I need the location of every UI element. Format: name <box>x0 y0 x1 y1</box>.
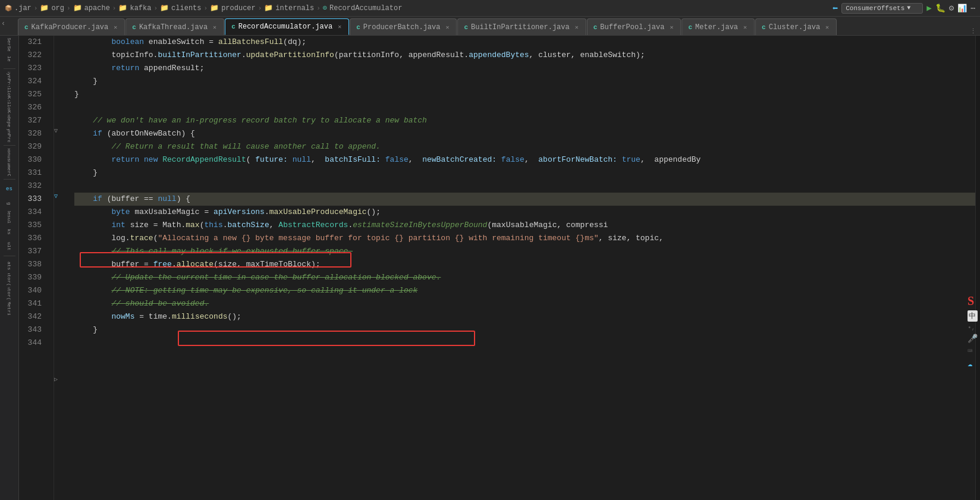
tab-meter[interactable]: c Meter.java ✕ <box>681 18 755 35</box>
sidebar-item-ndeper[interactable]: ndeper <box>1 115 18 128</box>
code-line-332 <box>74 180 975 193</box>
code-line-333: if (buffer == null) { <box>74 193 975 206</box>
sidebar-item-elloka1[interactable]: elloKa <box>1 86 18 99</box>
sidebar-item-ult[interactable]: ult <box>1 240 18 253</box>
tab-kafkaproducer[interactable]: c KafkaProducer.java ✕ <box>18 18 125 35</box>
dot-icon[interactable]: •, <box>968 324 978 331</box>
code-line-335: int size = Math.max(this.batchSize, Abst… <box>74 219 975 232</box>
code-line-323: return appendResult; <box>74 62 975 75</box>
sidebar-item-atorl2[interactable]: ator(L <box>1 288 18 301</box>
java-class-icon: c <box>24 24 29 31</box>
folder-icon-apache: 📁 <box>73 4 82 12</box>
code-line-341: // should be avoided. <box>74 297 975 310</box>
sidebar-item-metri[interactable]: Metri <box>1 302 18 315</box>
keyboard-icon[interactable]: ⌨ <box>968 346 978 356</box>
tab-kafkathread[interactable]: c KafkaThread.java ✕ <box>125 18 224 35</box>
tabs-scroll-left[interactable]: ‹ <box>1 20 5 28</box>
mic-icon[interactable]: 🎤 <box>968 334 978 344</box>
code-line-328: if (abortOnNewBatch) { <box>74 127 975 140</box>
breadcrumb-apache[interactable]: 📁 apache <box>73 4 110 12</box>
java-class-icon: c <box>762 24 766 31</box>
sidebar-item-es[interactable]: es <box>1 183 18 196</box>
breadcrumb-kafka[interactable]: 📁 kafka <box>118 4 151 12</box>
tab-label: BufferPool.java <box>600 23 664 32</box>
fold-arrow-328[interactable]: ▽ <box>54 127 58 134</box>
code-line-326 <box>74 101 975 114</box>
breadcrumb-recordaccumulator[interactable]: ⊙ RecordAccumulator <box>323 4 403 12</box>
breadcrumb-internals[interactable]: 📁 internals <box>264 4 314 12</box>
tab-close-icon[interactable]: ✕ <box>445 24 449 31</box>
folder-icon-kafka: 📁 <box>118 4 127 12</box>
code-content[interactable]: boolean enableSwitch = allBatchesFull(dq… <box>65 36 975 500</box>
sidebar-item-result[interactable]: Result <box>1 211 18 224</box>
sidebar-item-elloka2[interactable]: elloKa <box>1 100 18 114</box>
jar-icon: 📦 <box>5 5 12 12</box>
sidebar-item-bonusm[interactable]: bonusm <box>1 149 18 162</box>
breadcrumb-producer[interactable]: 📁 producer <box>210 4 256 12</box>
sidebar-item-ks[interactable]: ks <box>1 225 18 238</box>
code-line-338: buffer = free.allocate(size, maxTimeToBl… <box>74 258 975 271</box>
tab-close-icon[interactable]: ✕ <box>743 24 747 31</box>
code-line-331: } <box>74 166 975 180</box>
sidebar-item-ats[interactable]: ats <box>1 259 18 272</box>
sidebar-item-atorl1[interactable]: ator(L <box>1 273 18 287</box>
breadcrumb-jar: 📦 .jar <box>5 4 32 12</box>
code-line-330: return new RecordAppendResult( future: n… <box>74 153 975 166</box>
sidebar-item-synpro[interactable]: synPro <box>1 72 18 85</box>
consumer-offsets-label: ConsumerOffsets <box>846 5 904 12</box>
sidebar-item-serse[interactable]: SerSe <box>1 38 18 51</box>
back-icon[interactable]: ⬅ <box>833 2 838 14</box>
breadcrumb-clients[interactable]: 📁 clients <box>160 4 201 12</box>
sidebar-separator <box>4 179 15 180</box>
more-button[interactable]: ⋯ <box>970 4 975 13</box>
tab-close-icon[interactable]: ✕ <box>670 24 673 31</box>
breadcrumb-org[interactable]: 📁 org <box>40 4 64 12</box>
debug-button[interactable]: 🐛 <box>935 3 946 13</box>
tab-cluster[interactable]: c Cluster.java ✕ <box>755 18 837 35</box>
code-line-324: } <box>74 75 975 88</box>
coverage-button[interactable]: 📊 <box>957 4 967 13</box>
folder-icon-producer: 📁 <box>210 4 219 12</box>
tabs-bar: ‹ c KafkaProducer.java ✕ c KafkaThread.j… <box>0 17 980 36</box>
code-line-339: // Update the current time in case the b… <box>74 271 975 284</box>
consumer-offsets-dropdown[interactable]: ConsumerOffsets ▼ <box>841 3 923 14</box>
code-gutter: ▽ ▽ ▷ <box>54 36 65 500</box>
fold-arrow-343[interactable]: ▷ <box>54 376 58 383</box>
code-line-336: log.trace("Allocating a new {} byte mess… <box>74 232 975 245</box>
folder-icon: 📁 <box>40 4 49 12</box>
tab-close-icon[interactable]: ✕ <box>338 23 341 30</box>
main-layout: SerSe le synPro elloKa elloKa ndeper ynP… <box>0 36 980 500</box>
breadcrumb-bar: 📦 .jar › 📁 org › 📁 apache › 📁 kafka › 📁 … <box>0 0 980 17</box>
sidebar-item-umerc[interactable]: umerC <box>1 163 18 176</box>
run-button[interactable]: ▶ <box>926 3 931 13</box>
java-class-icon: c <box>464 24 468 31</box>
code-line-343: } <box>74 323 975 337</box>
toolbar-right: ⬅ ConsumerOffsets ▼ ▶ 🐛 ⚙ 📊 ⋯ <box>833 2 975 14</box>
tab-close-icon[interactable]: ✕ <box>114 24 117 31</box>
code-line-321: boolean enableSwitch = allBatchesFull(dq… <box>74 36 975 49</box>
profile-button[interactable]: ⚙ <box>949 3 954 13</box>
tab-producerbatch[interactable]: c ProducerBatch.java ✕ <box>350 18 457 35</box>
tab-builtinpartitioner[interactable]: c BuiltInPartitioner.java ✕ <box>457 18 586 35</box>
sidebar-item-g[interactable]: g <box>1 197 18 210</box>
java-icon: ⊙ <box>323 4 327 12</box>
java-class-icon: c <box>231 23 235 30</box>
cloud-icon[interactable]: ☁ <box>968 359 978 369</box>
tab-label: RecordAccumulator.java <box>238 23 332 31</box>
chinese-icon[interactable]: 中 <box>968 310 978 322</box>
sidebar-item-le[interactable]: le <box>1 52 18 65</box>
fold-arrow-333[interactable]: ▽ <box>54 193 58 200</box>
tab-close-icon[interactable]: ✕ <box>213 24 216 31</box>
sogou-icon[interactable]: S <box>968 294 978 308</box>
code-line-329: // Return a result that will cause anoth… <box>74 140 975 153</box>
folder-icon-clients: 📁 <box>160 4 169 12</box>
tab-close-icon[interactable]: ✕ <box>575 24 579 31</box>
tab-recordaccumulator[interactable]: c RecordAccumulator.java ✕ <box>225 18 349 35</box>
sidebar-item-ynpro[interactable]: ynPro <box>1 129 18 142</box>
tab-close-icon[interactable]: ✕ <box>825 24 829 31</box>
code-line-344 <box>74 337 975 350</box>
tabs-overflow-button[interactable]: ⋮ <box>966 27 980 35</box>
code-container[interactable]: 321 322 323 324 325 326 327 328 329 330 … <box>19 36 980 500</box>
tab-bufferpool[interactable]: c BufferPool.java ✕ <box>587 18 681 35</box>
sidebar-separator <box>4 145 15 146</box>
